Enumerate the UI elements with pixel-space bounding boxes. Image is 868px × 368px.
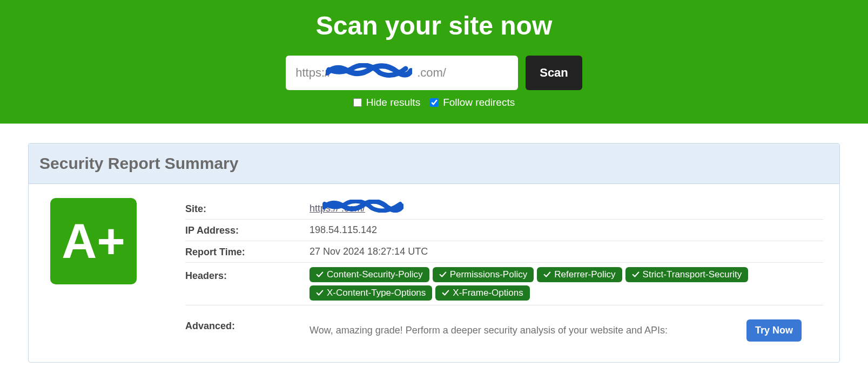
check-icon [442, 289, 449, 297]
advanced-text: Wow, amazing grade! Perform a deeper sec… [309, 325, 668, 336]
header-pill: X-Content-Type-Options [309, 285, 432, 301]
check-icon [316, 271, 324, 278]
report-title: Security Report Summary [39, 154, 829, 173]
hide-results-option[interactable]: Hide results [353, 97, 420, 108]
header-pill: X-Frame-Options [435, 285, 529, 301]
report-header: Security Report Summary [29, 144, 839, 184]
options-row: Hide results Follow redirects [0, 97, 868, 108]
header-pill: Referrer-Policy [537, 267, 622, 282]
time-value: 27 Nov 2024 18:27:14 UTC [309, 246, 823, 258]
site-label: Site: [185, 202, 309, 215]
row-advanced: Advanced: Wow, amazing grade! Perform a … [185, 305, 823, 346]
header-pill: Strict-Transport-Security [625, 267, 749, 282]
header-pill: Permissions-Policy [433, 267, 534, 282]
try-now-button[interactable]: Try Now [746, 319, 802, 342]
grade-value: A+ [62, 217, 125, 265]
follow-redirects-option[interactable]: Follow redirects [430, 97, 515, 108]
site-link[interactable]: https:// .com/ [309, 203, 365, 214]
report-body: A+ Site: https:// .com/ [29, 184, 839, 362]
row-time: Report Time: 27 Nov 2024 18:27:14 UTC [185, 241, 823, 263]
check-icon [439, 271, 447, 278]
scan-button[interactable]: Scan [526, 56, 582, 90]
advanced-label: Advanced: [185, 319, 309, 342]
site-link-text: https:// .com/ [309, 203, 365, 214]
hero-section: Scan your site now Scan Hide results Fol… [0, 0, 868, 124]
report-wrapper: Security Report Summary A+ Site: https:/… [0, 124, 868, 368]
hide-results-checkbox[interactable] [353, 98, 362, 107]
search-row: Scan [0, 56, 868, 90]
check-icon [632, 271, 640, 278]
check-icon [543, 271, 551, 278]
hero-title: Scan your site now [0, 11, 868, 40]
ip-value: 198.54.115.142 [309, 224, 823, 236]
header-pill: Content-Security-Policy [309, 267, 429, 282]
time-label: Report Time: [185, 246, 309, 258]
headers-pills: Content-Security-PolicyPermissions-Polic… [309, 267, 823, 301]
grade-badge: A+ [50, 198, 137, 284]
follow-redirects-checkbox[interactable] [430, 98, 439, 107]
url-input[interactable] [286, 56, 518, 90]
details-table: Site: https:// .com/ [185, 198, 823, 346]
check-icon [316, 289, 324, 297]
ip-label: IP Address: [185, 224, 309, 236]
follow-redirects-label: Follow redirects [443, 97, 515, 108]
row-site: Site: https:// .com/ [185, 198, 823, 220]
hide-results-label: Hide results [366, 97, 420, 108]
row-ip: IP Address: 198.54.115.142 [185, 220, 823, 241]
report-card: Security Report Summary A+ Site: https:/… [28, 143, 840, 363]
headers-label: Headers: [185, 267, 309, 301]
row-headers: Headers: Content-Security-PolicyPermissi… [185, 263, 823, 305]
